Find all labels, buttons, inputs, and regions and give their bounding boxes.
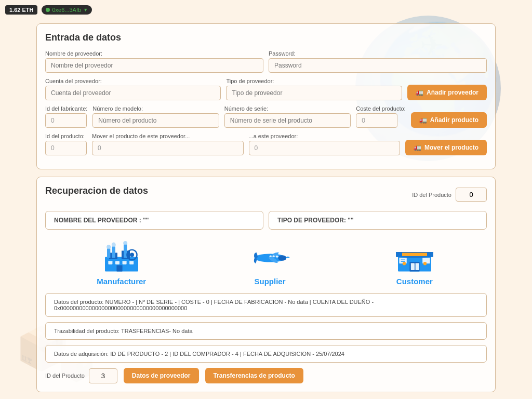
- id-fabricante-input[interactable]: [45, 113, 87, 128]
- svg-point-20: [269, 256, 271, 257]
- chevron-down-icon: ▼: [83, 7, 88, 12]
- svg-point-18: [275, 256, 278, 258]
- id-producto-entrada-label: Id del producto:: [45, 133, 87, 139]
- product-id-label: ID del Producto: [412, 192, 451, 198]
- mover-hasta-group: ...a este proveedor:: [249, 133, 401, 155]
- coste-label: Coste del producto:: [356, 105, 405, 112]
- numero-modelo-label: Número de modelo:: [92, 105, 219, 112]
- mover-desde-group: Mover el producto de este proveedor...: [92, 133, 244, 155]
- svg-point-19: [272, 256, 274, 257]
- password-label: Password:: [269, 50, 487, 57]
- customer-label: Customer: [396, 277, 433, 286]
- recuperacion-header: Recuperacion de datos ID del Producto: [45, 185, 487, 204]
- svg-point-6: [107, 245, 111, 249]
- entrada-title: Entrada de datos: [45, 32, 487, 43]
- password-input[interactable]: [269, 58, 487, 73]
- form-row-1: Nombre de proveedor: Password:: [45, 50, 487, 73]
- id-producto-entrada-group: Id del producto:: [45, 133, 87, 155]
- datos-proveedor-button[interactable]: Datos de proveedor: [124, 368, 199, 383]
- mover-desde-input[interactable]: [92, 141, 244, 155]
- wallet-address[interactable]: 0xe6...3Afb ▼: [42, 5, 92, 15]
- main-container: Entrada de datos Nombre de proveedor: Pa…: [0, 0, 532, 399]
- svg-point-15: [130, 253, 134, 257]
- type-icons-row: Manufacturer: [45, 235, 487, 291]
- svg-rect-13: [116, 265, 122, 272]
- nombre-proveedor-field: NOMBRE DEL PROVEEDOR : "": [45, 211, 263, 230]
- mover-producto-button[interactable]: 🚛 Mover el producto: [405, 140, 487, 155]
- cuenta-label: Cuenta del proveedor:: [45, 78, 221, 84]
- form-row-2: Cuenta del proveedor: Tipo de proveedor:…: [45, 78, 487, 100]
- mover-hasta-input[interactable]: [249, 141, 401, 155]
- manufacturer-label: Manufacturer: [97, 277, 146, 286]
- svg-rect-4: [112, 247, 115, 258]
- svg-rect-26: [415, 263, 419, 271]
- info-fields-row: NOMBRE DEL PROVEEDOR : "" TIPO DE PROVEE…: [45, 211, 487, 230]
- tipo-proveedor-field: TIPO DE PROVEEDOR: "": [269, 211, 487, 230]
- customer-item: Customer: [394, 240, 435, 286]
- numero-serie-label: Número de serie:: [224, 105, 351, 112]
- connection-dot: [46, 8, 50, 12]
- mover-desde-label: Mover el producto de este proveedor...: [92, 133, 244, 139]
- password-group: Password:: [269, 50, 487, 73]
- svg-point-8: [123, 241, 127, 245]
- nombre-group: Nombre de proveedor:: [45, 50, 263, 73]
- svg-rect-23: [402, 253, 427, 256]
- product-id-group: ID del Producto: [412, 188, 487, 202]
- product-id-input[interactable]: [456, 188, 487, 202]
- mover-hasta-label: ...a este proveedor:: [249, 133, 401, 139]
- bottom-id-group: ID del Producto: [45, 368, 117, 383]
- truck-icon: 🚛: [416, 89, 423, 96]
- tipo-group: Tipo de proveedor:: [226, 78, 402, 100]
- numero-serie-group: Número de serie:: [224, 105, 351, 128]
- id-fabricante-label: Id del fabricante:: [45, 105, 87, 112]
- svg-rect-25: [411, 263, 415, 271]
- bottom-id-label: ID del Producto: [45, 373, 85, 379]
- svg-rect-9: [108, 261, 112, 264]
- id-fabricante-group: Id del fabricante:: [45, 105, 87, 128]
- svg-point-30: [423, 262, 427, 265]
- supplier-icon: [249, 240, 291, 274]
- supplier-label: Supplier: [254, 277, 285, 286]
- numero-serie-input[interactable]: [224, 113, 351, 128]
- transferencias-producto-button[interactable]: Transferencias de producto: [205, 368, 303, 383]
- truck-icon-3: 🚛: [414, 144, 421, 151]
- datos-adquisicion-field: Datos de adquisición: ID DE PRODUCTO - 2…: [45, 345, 487, 363]
- manufacturer-item: Manufacturer: [97, 240, 146, 286]
- supplier-item: Supplier: [249, 240, 291, 286]
- cuenta-group: Cuenta del proveedor:: [45, 78, 221, 100]
- bottom-id-input[interactable]: [89, 368, 117, 383]
- recuperacion-section: Recuperacion de datos ID del Producto NO…: [36, 177, 496, 392]
- coste-input[interactable]: [356, 113, 397, 128]
- entrada-section: Entrada de datos Nombre de proveedor: Pa…: [36, 23, 496, 169]
- anadir-producto-button[interactable]: 🚛 Añadir producto: [411, 112, 487, 128]
- datos-producto-field: Datos del producto: NUMERO - | Nº DE SER…: [45, 293, 487, 317]
- coste-group: Coste del producto:: [356, 105, 405, 128]
- svg-point-17: [278, 255, 286, 261]
- numero-modelo-input[interactable]: [92, 113, 219, 128]
- trazabilidad-field: Trazabilidad del producto: TRASFERENCIAS…: [45, 322, 487, 340]
- nombre-label: Nombre de proveedor:: [45, 50, 263, 57]
- truck-icon-2: 🚛: [419, 116, 427, 124]
- svg-rect-10: [115, 261, 119, 264]
- wallet-bar: 1.62 ETH 0xe6...3Afb ▼: [5, 5, 92, 15]
- form-row-4: Id del producto: Mover el producto de es…: [45, 133, 487, 155]
- id-producto-entrada-input[interactable]: [45, 141, 87, 155]
- svg-point-7: [111, 243, 115, 248]
- recuperacion-title: Recuperacion de datos: [45, 185, 148, 196]
- numero-modelo-group: Número de modelo:: [92, 105, 219, 128]
- svg-rect-11: [122, 261, 126, 264]
- eth-balance: 1.62 ETH: [5, 5, 37, 15]
- nombre-input[interactable]: [45, 58, 263, 73]
- manufacturer-icon: [101, 240, 142, 274]
- svg-point-29: [403, 262, 406, 265]
- form-row-3: Id del fabricante: Número de modelo: Núm…: [45, 105, 487, 128]
- svg-rect-12: [129, 261, 134, 264]
- anadir-proveedor-button[interactable]: 🚛 Añadir proveedor: [407, 85, 487, 100]
- customer-icon: [394, 240, 435, 274]
- bottom-bar: ID del Producto Datos de proveedor Trans…: [45, 368, 487, 383]
- svg-rect-3: [107, 249, 110, 258]
- cuenta-input[interactable]: [45, 86, 221, 100]
- tipo-input[interactable]: [226, 86, 402, 100]
- tipo-label: Tipo de proveedor:: [226, 78, 402, 84]
